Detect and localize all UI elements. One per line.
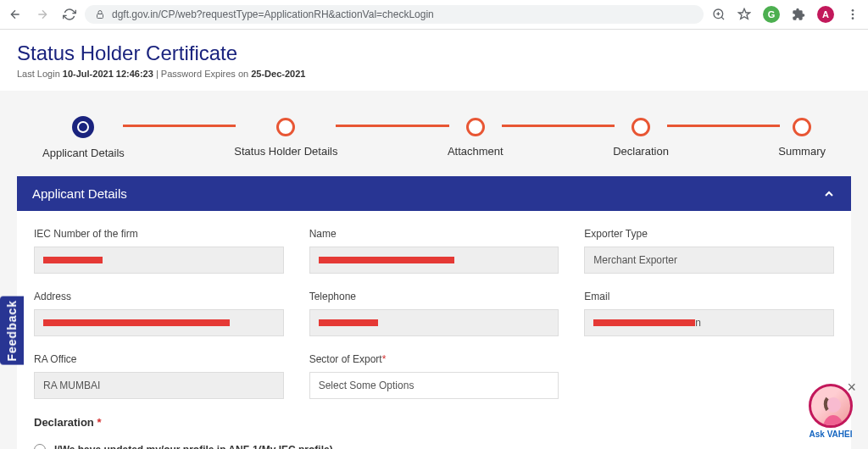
page-header: Status Holder Certificate Last Login 10-… xyxy=(0,30,868,91)
declaration-heading: Declaration * xyxy=(34,416,834,429)
progress-stepper: Applicant Details Status Holder Details … xyxy=(17,91,851,176)
menu-icon[interactable] xyxy=(846,8,860,21)
redacted-value xyxy=(593,319,695,326)
url-text: dgft.gov.in/CP/web?requestType=Applicati… xyxy=(112,8,434,20)
chat-widget[interactable]: × Ask VAHEI xyxy=(809,384,853,439)
back-icon[interactable] xyxy=(8,8,22,21)
star-icon[interactable] xyxy=(737,8,751,21)
telephone-label: Telephone xyxy=(309,291,559,302)
reload-icon[interactable] xyxy=(63,8,76,21)
lock-icon xyxy=(95,9,105,19)
panel-title: Applicant Details xyxy=(32,186,127,201)
step-circle-icon xyxy=(793,118,811,136)
step-declaration[interactable]: Declaration xyxy=(613,118,669,158)
svg-point-2 xyxy=(852,9,854,12)
url-bar[interactable]: dgft.gov.in/CP/web?requestType=Applicati… xyxy=(85,5,704,24)
svg-point-4 xyxy=(852,17,854,19)
page-subtitle: Last Login 10-Jul-2021 12:46:23 | Passwo… xyxy=(17,69,851,79)
radio-icon xyxy=(34,444,46,449)
address-input[interactable] xyxy=(34,309,284,336)
zoom-icon[interactable] xyxy=(712,8,726,21)
extensions-icon[interactable] xyxy=(792,8,805,21)
extension-icon[interactable]: G xyxy=(763,6,780,23)
exporter-type-label: Exporter Type xyxy=(584,228,834,240)
iec-input[interactable] xyxy=(34,247,284,274)
chat-avatar-icon xyxy=(809,384,853,428)
step-circle-icon xyxy=(466,118,485,136)
name-label: Name xyxy=(309,228,559,240)
svg-rect-0 xyxy=(97,14,103,19)
step-circle-icon xyxy=(632,118,650,136)
svg-point-3 xyxy=(852,14,854,16)
step-circle-icon xyxy=(72,116,94,138)
ra-office-label: RA Office xyxy=(34,353,284,365)
chat-label: Ask VAHEI xyxy=(809,430,853,439)
step-attachment[interactable]: Attachment xyxy=(448,118,504,158)
redacted-value xyxy=(43,319,230,326)
declaration-option[interactable]: I/We have updated my/our profile in ANF-… xyxy=(34,444,834,449)
forward-icon[interactable] xyxy=(36,8,49,21)
telephone-input[interactable] xyxy=(309,309,559,336)
feedback-tab[interactable]: Feedback xyxy=(0,297,24,365)
exporter-type-input[interactable]: Merchant Exporter xyxy=(584,247,834,274)
name-input[interactable] xyxy=(309,247,559,274)
page-title: Status Holder Certificate xyxy=(17,42,851,65)
step-circle-icon xyxy=(276,118,295,136)
redacted-value xyxy=(43,257,103,263)
panel-header[interactable]: Applicant Details xyxy=(17,176,851,211)
chevron-up-icon xyxy=(822,187,836,201)
redacted-value xyxy=(319,319,378,326)
address-label: Address xyxy=(34,291,284,302)
ra-office-input[interactable]: RA MUMBAI xyxy=(34,372,284,399)
email-label: Email xyxy=(584,291,834,302)
step-applicant-details[interactable]: Applicant Details xyxy=(42,116,125,159)
sector-select[interactable]: Select Some Options xyxy=(309,372,559,399)
email-input[interactable]: n xyxy=(584,309,834,336)
step-summary[interactable]: Summary xyxy=(778,118,826,158)
iec-label: IEC Number of the firm xyxy=(34,228,284,240)
panel-body: IEC Number of the firm Name Exporter Typ… xyxy=(17,211,851,449)
step-status-holder-details[interactable]: Status Holder Details xyxy=(234,118,337,158)
redacted-value xyxy=(319,257,454,263)
profile-avatar[interactable]: A xyxy=(817,6,834,23)
sector-label: Sector of Export* xyxy=(309,353,559,365)
browser-toolbar: dgft.gov.in/CP/web?requestType=Applicati… xyxy=(0,0,868,30)
